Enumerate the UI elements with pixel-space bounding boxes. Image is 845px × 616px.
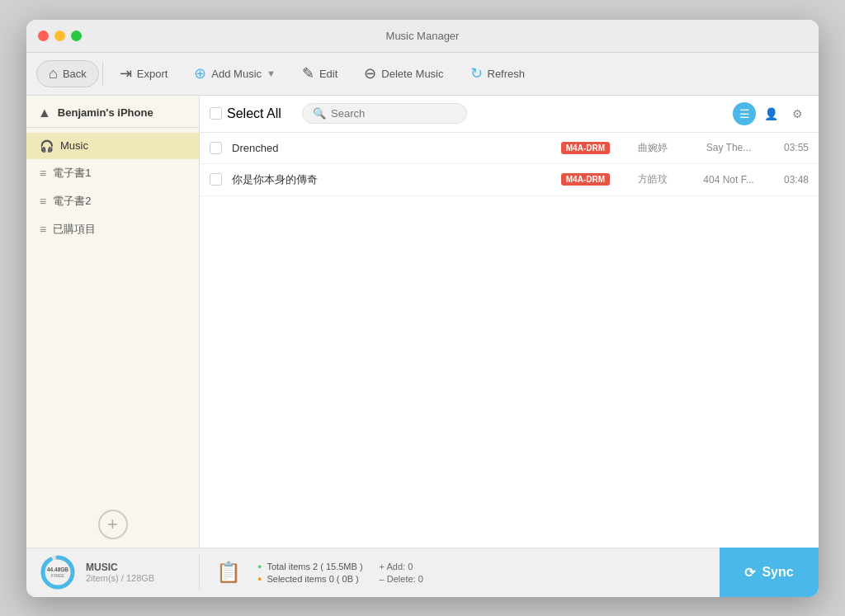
sidebar-items: 🎧 Music ≡ 電子書1 ≡ 電子書2 ≡ 已購項目 xyxy=(26,128,199,501)
green-dot: ● xyxy=(257,562,262,571)
edit-icon: ✎ xyxy=(302,64,314,82)
back-button[interactable]: ⌂ Back xyxy=(36,60,99,87)
add-music-button[interactable]: ⊕ Add Music ▼ xyxy=(181,59,289,87)
song-1-checkbox[interactable] xyxy=(210,142,222,154)
edit-label: Edit xyxy=(319,68,338,80)
search-box: 🔍 xyxy=(302,103,467,124)
main-area: ▲ Benjamin's iPhone 🎧 Music ≡ 電子書1 ≡ 電子書… xyxy=(26,96,819,548)
device-name: Benjamin's iPhone xyxy=(58,106,153,119)
add-label-text: Add: xyxy=(386,562,405,571)
song-2-checkbox[interactable] xyxy=(210,173,222,186)
main-toolbar: ⌂ Back ⇥ Export ⊕ Add Music ▼ ✎ Edit ⊖ D… xyxy=(26,53,819,96)
sidebar-item-music-label: Music xyxy=(60,139,88,152)
settings-view-button[interactable]: ⚙ xyxy=(786,102,809,125)
device-icon: ▲ xyxy=(38,106,51,120)
refresh-icon: ↻ xyxy=(470,64,483,82)
selected-items: ● Selected items 0 ( 0B ) xyxy=(257,574,363,584)
song-2-duration: 03:48 xyxy=(772,174,809,186)
minimize-button[interactable] xyxy=(54,31,65,41)
close-button[interactable] xyxy=(38,31,49,41)
orange-dot: ● xyxy=(257,575,262,583)
back-label: Back xyxy=(63,68,87,80)
sidebar-item-music[interactable]: 🎧 Music xyxy=(26,133,199,159)
export-button[interactable]: ⇥ Export xyxy=(106,59,182,87)
add-playlist-button[interactable]: + xyxy=(98,510,128,539)
storage-label: 44.48GB FREE xyxy=(47,567,68,579)
sidebar-item-purchased[interactable]: ≡ 已購項目 xyxy=(26,215,199,243)
add-count: + Add: 0 xyxy=(380,562,423,571)
status-info: 📋 ● Total items 2 ( 15.5MB ) ● Selected … xyxy=(200,561,720,584)
window-title: Music Manager xyxy=(386,30,460,42)
back-icon: ⌂ xyxy=(49,65,58,82)
total-items: ● Total items 2 ( 15.5MB ) xyxy=(257,562,363,571)
select-all-checkbox[interactable] xyxy=(210,107,222,120)
ebook2-icon: ≡ xyxy=(40,195,46,208)
content-toolbar: Select All 🔍 ☰ 👤 ⚙ xyxy=(200,96,819,133)
sidebar: ▲ Benjamin's iPhone 🎧 Music ≡ 電子書1 ≡ 電子書… xyxy=(26,96,200,548)
export-label: Export xyxy=(137,68,168,80)
select-all-label: Select All xyxy=(227,106,281,121)
storage-section: 44.48GB FREE MUSIC 2item(s) / 128GB xyxy=(26,554,200,590)
search-icon: 🔍 xyxy=(313,107,326,120)
sidebar-item-ebook1[interactable]: ≡ 電子書1 xyxy=(26,159,199,187)
storage-info: MUSIC 2item(s) / 128GB xyxy=(86,562,154,583)
ebook1-icon: ≡ xyxy=(40,167,46,180)
sidebar-item-ebook2[interactable]: ≡ 電子書2 xyxy=(26,187,199,215)
app-window: Music Manager ⌂ Back ⇥ Export ⊕ Add Musi… xyxy=(26,20,819,597)
select-all-container: Select All xyxy=(210,106,292,121)
edit-button[interactable]: ✎ Edit xyxy=(289,59,351,87)
export-icon: ⇥ xyxy=(120,64,132,82)
table-row[interactable]: 你是你本身的傳奇 M4A-DRM 方皓玟 404 Not F... 03:48 xyxy=(200,164,819,196)
content-area: Select All 🔍 ☰ 👤 ⚙ Drenched M4A-DRM xyxy=(200,96,819,548)
delete-icon: ⊖ xyxy=(364,64,376,82)
maximize-button[interactable] xyxy=(71,31,82,41)
delete-value: 0 xyxy=(418,574,423,584)
sync-button[interactable]: ⟳ Sync xyxy=(720,548,819,597)
sidebar-add-section: + xyxy=(26,501,199,548)
sidebar-item-ebook2-label: 電子書2 xyxy=(53,194,91,209)
storage-free-value: 44.48GB xyxy=(47,567,68,573)
selected-items-text: Selected items 0 ( 0B ) xyxy=(267,574,358,584)
song-2-artist: 方皓玟 xyxy=(620,172,686,186)
delete-label-text: Delete: xyxy=(387,574,416,584)
delete-music-button[interactable]: ⊖ Delete Music xyxy=(351,59,456,87)
song-1-title: Drenched xyxy=(232,142,551,154)
refresh-button[interactable]: ↻ Refresh xyxy=(457,59,539,87)
view-controls: ☰ 👤 ⚙ xyxy=(733,102,809,125)
delete-label: Delete Music xyxy=(381,68,443,80)
song-1-artist: 曲婉婷 xyxy=(620,141,686,155)
dropdown-icon: ▼ xyxy=(267,68,276,78)
titlebar: Music Manager xyxy=(26,20,819,53)
song-2-album: 404 Not F... xyxy=(696,174,762,186)
items-count: 2item(s) / 128GB xyxy=(86,573,154,583)
add-value: 0 xyxy=(408,562,413,571)
delete-label: – xyxy=(380,574,387,584)
song-1-tag: M4A-DRM xyxy=(561,142,610,154)
song-2-title: 你是你本身的傳奇 xyxy=(232,172,551,187)
sort-button[interactable]: 👤 xyxy=(759,102,782,125)
refresh-label: Refresh xyxy=(488,68,526,80)
sync-label: Sync xyxy=(762,565,793,580)
window-controls xyxy=(38,31,82,41)
music-list: Drenched M4A-DRM 曲婉婷 Say The... 03:55 你是… xyxy=(200,133,819,548)
sidebar-device: ▲ Benjamin's iPhone xyxy=(26,96,199,128)
add-music-label: Add Music xyxy=(211,68,262,80)
search-input[interactable] xyxy=(331,107,456,120)
song-1-album: Say The... xyxy=(696,142,762,153)
sidebar-item-purchased-label: 已購項目 xyxy=(53,222,96,237)
total-items-text: Total items 2 ( 15.5MB ) xyxy=(267,562,362,571)
table-row[interactable]: Drenched M4A-DRM 曲婉婷 Say The... 03:55 xyxy=(200,133,819,164)
music-storage-label: MUSIC xyxy=(86,562,154,573)
delete-count: – Delete: 0 xyxy=(380,574,423,584)
status-items: ● Total items 2 ( 15.5MB ) ● Selected it… xyxy=(257,562,363,584)
purchased-icon: ≡ xyxy=(40,223,46,236)
add-icon: ⊕ xyxy=(194,64,206,82)
sync-counts: + Add: 0 – Delete: 0 xyxy=(380,562,423,584)
toolbar-divider-1 xyxy=(102,62,103,85)
list-view-button[interactable]: ☰ xyxy=(733,102,756,125)
music-icon: 🎧 xyxy=(40,139,54,153)
song-2-tag: M4A-DRM xyxy=(561,173,610,186)
storage-free-label: FREE xyxy=(47,572,68,578)
sync-icon: ⟳ xyxy=(744,565,755,581)
statusbar: 44.48GB FREE MUSIC 2item(s) / 128GB 📋 ● … xyxy=(26,548,819,597)
